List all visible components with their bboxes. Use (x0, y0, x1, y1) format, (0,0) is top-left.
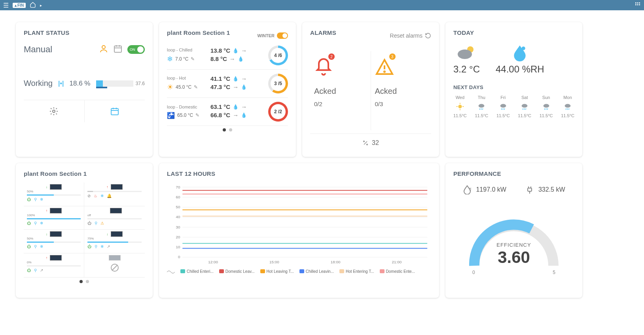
line-chart[interactable]: 01020304050607012:0015:0018:0021:00 (167, 183, 431, 266)
svg-rect-5 (639, 4, 640, 5)
svg-line-46 (567, 108, 568, 110)
alarm-col-critical[interactable]: 2 Acked 0/2 (310, 51, 371, 130)
loop-domestic[interactable]: loop - Domestic 🚰 65.0 °C ✎ 63.1 °C💧→ 66… (167, 98, 288, 126)
sun-icon: ☀ (167, 83, 173, 91)
mode-label: Manual (24, 44, 52, 55)
svg-line-30 (481, 108, 481, 110)
svg-rect-1 (637, 2, 638, 4)
svg-point-6 (102, 46, 105, 49)
unit-cell[interactable]: off⏻⚲⚠ (84, 206, 145, 230)
plant-status-card: PLANT STATUS Manual ON Working |•| 18.6 … (16, 22, 153, 157)
svg-rect-4 (637, 4, 638, 5)
forecast-day: Thu11.5°C (475, 95, 488, 118)
reset-alarms-button[interactable]: Reset alarms (390, 32, 431, 39)
svg-text:18:00: 18:00 (331, 260, 341, 264)
home-icon[interactable] (30, 2, 36, 9)
loop-ring-chilled: 4 /6 (268, 46, 288, 65)
user-icon[interactable] (99, 44, 108, 55)
hamburger-menu[interactable]: ☰ (3, 2, 9, 9)
legend-item[interactable]: Domestic Ente... (380, 269, 415, 274)
forecast-day: Mon11.5°C (561, 95, 574, 118)
snow-icon: ❄ (40, 244, 43, 249)
apps-grid-icon[interactable] (635, 2, 641, 9)
loop-chilled[interactable]: loop - Chilled ❄ 7.0 °C ✎ 13.8 °C💧→ 8.8 … (167, 42, 288, 70)
snowflake-icon: ❄ (167, 55, 173, 63)
svg-line-29 (480, 108, 480, 110)
unit-cell[interactable]: ↑⊘♨❄🔔 (84, 183, 145, 206)
pin-icon: ⚲ (34, 244, 37, 249)
svg-rect-3 (635, 4, 636, 5)
plant-room-card: plant Room Section 1 WINTER loop - Chill… (159, 22, 296, 157)
forecast-day: Wed11.5°C (453, 95, 467, 118)
edit-setpoint[interactable]: ✎ (194, 84, 198, 90)
water-waves-icon (462, 185, 472, 194)
units-page-dot-1[interactable] (80, 280, 83, 283)
power-toggle[interactable]: ON (127, 45, 145, 54)
unit-cell[interactable] (84, 253, 145, 278)
alarms-title: ALARMS (310, 29, 336, 36)
svg-text:21:00: 21:00 (392, 260, 402, 264)
rh-value: 44.00 %RH (496, 64, 544, 75)
alarm-col-warning[interactable]: 3 Acked 0/3 (371, 51, 432, 130)
svg-point-17 (384, 71, 385, 72)
page-dot-1[interactable] (223, 128, 226, 131)
svg-text:20: 20 (176, 235, 180, 239)
unit-cell[interactable]: ↓50%⏻⚲❄ (24, 183, 84, 206)
svg-rect-7 (114, 46, 121, 52)
schedule-button[interactable] (85, 100, 145, 122)
svg-text:30: 30 (176, 225, 180, 229)
svg-point-36 (522, 104, 528, 108)
legend-item[interactable]: Hot Entering T... (339, 269, 374, 274)
svg-point-11 (53, 110, 55, 112)
performance-title: PERFORMANCE (453, 170, 574, 177)
svg-line-42 (546, 108, 546, 110)
today-title: TODAY (453, 29, 574, 36)
svg-point-21 (458, 49, 472, 59)
legend-item[interactable]: Domestic Leav... (219, 269, 255, 274)
calendar-icon[interactable] (113, 44, 123, 55)
working-max: 37.6 (136, 81, 145, 86)
pin-icon: ⚲ (34, 197, 37, 202)
svg-rect-0 (635, 2, 636, 4)
edit-setpoint[interactable]: ✎ (195, 112, 199, 118)
snow-icon: ❄ (40, 221, 43, 225)
power-icon: ⏻ (27, 244, 31, 249)
plug-icon (525, 185, 534, 194)
svg-line-31 (483, 108, 483, 110)
svg-line-45 (566, 108, 566, 110)
working-percent: 18.6 % (70, 80, 91, 88)
loop-ring-domestic: 2 /2 (268, 102, 288, 122)
svg-point-32 (500, 104, 506, 108)
legend-item[interactable]: Chilled Enteri... (180, 269, 214, 274)
unit-cell[interactable]: ↑100%⏻⚲❄ (24, 206, 84, 230)
forecast-day: Sat11.5°C (518, 95, 531, 118)
pin-icon: ⚲ (34, 221, 37, 225)
alarms-tools[interactable]: 32 (310, 133, 431, 147)
loop-hot[interactable]: loop - Hot ☀ 45.0 °C ✎ 41.1 °C💧→ 47.3 °C… (167, 70, 288, 98)
legend-item[interactable]: Chilled Leavin... (299, 269, 334, 274)
unit-cell[interactable]: ↓75%⏻⚲❄↗ (84, 230, 145, 253)
plant-room-title: plant Room Section 1 (167, 29, 230, 36)
unit-cell[interactable]: ↑0%⏻⚲↗ (24, 253, 84, 278)
edit-setpoint[interactable]: ✎ (191, 56, 195, 62)
svg-text:50: 50 (176, 205, 180, 209)
season-toggle[interactable] (277, 32, 288, 39)
power-icon: ⏻ (27, 221, 31, 225)
svg-point-28 (479, 104, 485, 108)
legend-item[interactable]: Hot Leaving T... (260, 269, 294, 274)
svg-line-49 (112, 265, 117, 270)
svg-text:12:00: 12:00 (208, 260, 218, 264)
season-label: WINTER (258, 33, 275, 38)
brand-logo: ▴FIN (13, 3, 26, 8)
settings-button[interactable] (24, 100, 85, 122)
unit-cell[interactable]: ↓50%⏻⚲❄ (24, 230, 84, 253)
snow-icon: ❄ (40, 197, 43, 202)
flame-icon: ♨ (94, 194, 97, 198)
breadcrumb-chevron: ▸ (40, 3, 42, 8)
forecast-day: Fri11.5°C (496, 95, 510, 118)
svg-text:0: 0 (178, 255, 180, 259)
units-page-dot-2[interactable] (86, 280, 89, 283)
svg-point-18 (364, 141, 365, 142)
page-dot-2[interactable] (229, 128, 232, 131)
electric-kw: 332.5 kW (538, 186, 565, 193)
